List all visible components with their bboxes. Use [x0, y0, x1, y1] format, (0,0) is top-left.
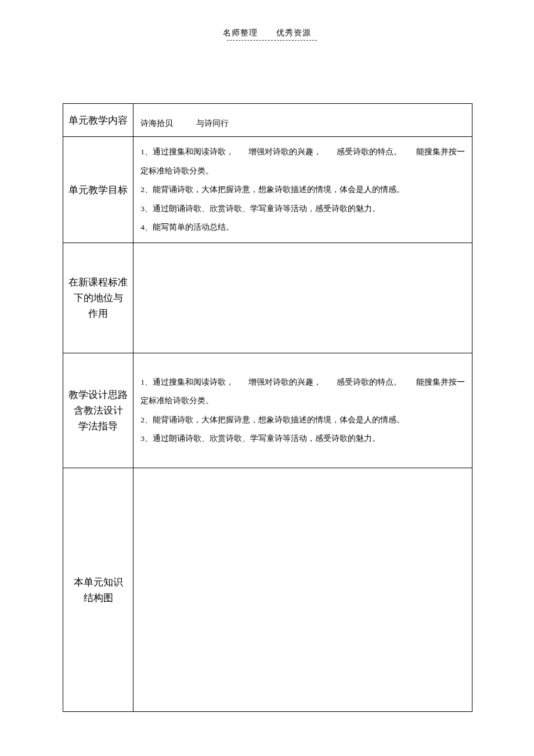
row-content-unit-content: 诗海拾贝 与诗同行: [134, 104, 472, 137]
label-text: 单元教学目标: [68, 185, 128, 196]
table-row: 教学设计思路 含教法设计 学法指导 1、通过搜集和阅读诗歌， 增强对诗歌的兴趣，…: [63, 353, 472, 468]
content-line: 2、能背诵诗歌，大体把握诗意，想象诗歌描述的情境，体会是人的情感。: [140, 411, 465, 429]
row-label-knowledge-structure: 本单元知识 结构图: [63, 468, 134, 712]
content-line: 3、通过朗诵诗歌、欣赏诗歌、学写童诗等活动，感受诗歌的魅力。: [140, 429, 465, 448]
table-row: 单元教学内容 诗海拾贝 与诗同行: [63, 104, 472, 137]
row-label-design-idea: 教学设计思路 含教法设计 学法指导: [63, 353, 134, 468]
content-text: 感受诗歌的特点。: [337, 373, 402, 392]
content-line: 4、能写简单的活动总结。: [140, 218, 465, 237]
content-line: 2、能背诵诗歌，大体把握诗意，想象诗歌描述的情境，体会是人的情感。: [140, 180, 465, 199]
content-text: 能搜集并按一: [416, 143, 465, 161]
page-header: 名师整理 优秀资源: [0, 0, 534, 41]
label-text: 作用: [63, 306, 133, 321]
row-label-unit-goal: 单元教学目标: [63, 137, 134, 243]
label-text: 结构图: [63, 590, 133, 606]
content-text: 与诗同行: [196, 119, 229, 128]
row-content-knowledge-structure: [134, 468, 472, 712]
content-text: 能搜集并按一: [416, 373, 465, 392]
content-text: 增强对诗歌的兴趣，: [248, 373, 322, 392]
label-text: 在新课程标准: [63, 274, 133, 290]
header-underline: [227, 40, 317, 41]
table-row: 在新课程标准 下的地位与 作用: [63, 243, 472, 353]
row-content-unit-goal: 1、通过搜集和阅读诗歌， 增强对诗歌的兴趣， 感受诗歌的特点。 能搜集并按一 定…: [134, 137, 472, 243]
label-text: 学法指导: [63, 418, 133, 434]
content-line: 定标准给诗歌分类。: [140, 392, 465, 410]
content-text: 增强对诗歌的兴趣，: [248, 143, 322, 161]
label-text: 本单元知识: [63, 574, 133, 590]
content-text: 1、通过搜集和阅读诗歌，: [140, 373, 234, 392]
table-row: 本单元知识 结构图: [63, 468, 472, 712]
label-text: 含教法设计: [63, 403, 133, 418]
content-text: 诗海拾贝: [140, 114, 173, 133]
header-right-text: 优秀资源: [276, 28, 311, 38]
row-content-curriculum-role: [134, 243, 472, 353]
content-line: 定标准给诗歌分类。: [140, 162, 465, 180]
table-row: 单元教学目标 1、通过搜集和阅读诗歌， 增强对诗歌的兴趣， 感受诗歌的特点。 能…: [63, 137, 472, 243]
header-left-text: 名师整理: [223, 28, 258, 38]
content-text: 感受诗歌的特点。: [337, 143, 402, 161]
row-content-design-idea: 1、通过搜集和阅读诗歌， 增强对诗歌的兴趣， 感受诗歌的特点。 能搜集并按一 定…: [134, 353, 472, 468]
row-label-unit-content: 单元教学内容: [63, 104, 134, 137]
row-label-curriculum-role: 在新课程标准 下的地位与 作用: [63, 243, 134, 353]
label-text: 教学设计思路: [63, 387, 133, 403]
label-text: 下的地位与: [63, 290, 133, 306]
teaching-plan-table: 单元教学内容 诗海拾贝 与诗同行 单元教学目标 1、通过搜集和阅读诗歌， 增强对…: [63, 103, 472, 712]
label-text: 单元教学内容: [68, 115, 128, 126]
content-line: 1、通过搜集和阅读诗歌， 增强对诗歌的兴趣， 感受诗歌的特点。 能搜集并按一: [140, 373, 465, 392]
content-line: 3、通过朗诵诗歌、欣赏诗歌、学写童诗等活动，感受诗歌的魅力。: [140, 200, 465, 218]
content-line: 1、通过搜集和阅读诗歌， 增强对诗歌的兴趣， 感受诗歌的特点。 能搜集并按一: [140, 143, 465, 161]
content-text: 1、通过搜集和阅读诗歌，: [140, 143, 234, 161]
